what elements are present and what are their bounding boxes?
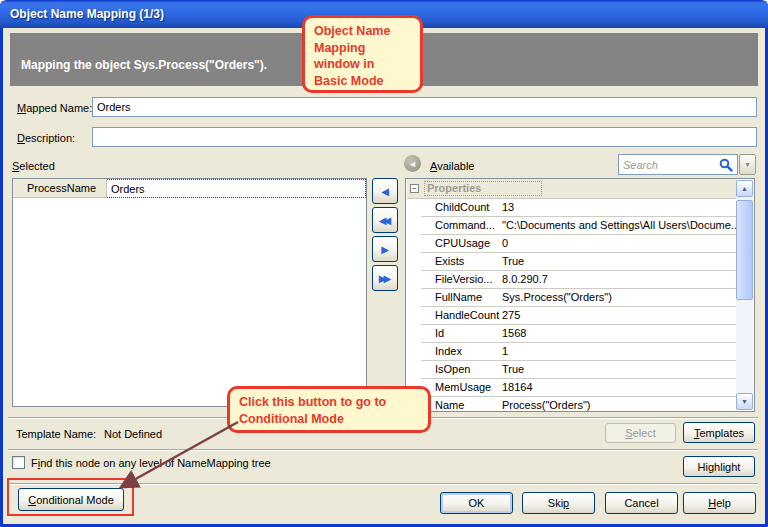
scroll-up-button[interactable]: ▲ xyxy=(736,180,753,197)
mapped-name-input[interactable] xyxy=(92,97,757,117)
property-row[interactable]: Index1 xyxy=(421,343,736,361)
group-header-label: Properties xyxy=(424,181,542,196)
object-name-mapping-dialog: Object Name Mapping (1/3) Mapping the ob… xyxy=(0,0,768,527)
separator xyxy=(8,449,758,451)
callout-conditional-mode: Click this button to go to Conditional M… xyxy=(227,386,431,433)
templates-button[interactable]: Templates xyxy=(683,422,755,443)
description-input[interactable] xyxy=(92,127,757,147)
vertical-scrollbar[interactable]: ▲ ▼ xyxy=(736,180,753,410)
ok-button[interactable]: OK xyxy=(440,492,513,514)
property-row[interactable]: HandleCount275 xyxy=(421,307,736,325)
template-name-label: Template Name: xyxy=(16,428,96,440)
property-row[interactable]: FileVersio...8.0.290.7 xyxy=(421,271,736,289)
move-all-left-icon: ◀◀ xyxy=(379,215,388,226)
property-row[interactable]: CPUUsage0 xyxy=(421,235,736,253)
search-icon[interactable] xyxy=(719,158,733,172)
properties-group-header[interactable]: − Properties xyxy=(407,179,736,199)
property-row[interactable]: NameProcess("Orders") xyxy=(421,397,736,411)
select-button-label: Select xyxy=(625,427,656,439)
move-all-right-icon: ▶▶ xyxy=(379,273,388,284)
move-all-left-button[interactable]: ◀◀ xyxy=(372,207,398,233)
skip-button-label: Skip xyxy=(548,497,569,509)
move-left-icon: ◀ xyxy=(381,186,389,197)
separator xyxy=(8,483,758,485)
window-title: Object Name Mapping (1/3) xyxy=(10,7,164,21)
properties-rows: − Properties ChildCount13 Command..."C:\… xyxy=(407,179,736,411)
property-row[interactable]: FullNameSys.Process("Orders") xyxy=(421,289,736,307)
highlight-button[interactable]: Highlight xyxy=(683,456,755,477)
move-right-button[interactable]: ▶ xyxy=(372,236,398,262)
property-row[interactable]: IsOpenTrue xyxy=(421,361,736,379)
find-node-label: Find this node on any level of NameMappi… xyxy=(31,457,271,469)
chevron-down-icon: ▼ xyxy=(744,161,751,168)
selected-label: Selected xyxy=(12,160,55,172)
move-right-icon: ▶ xyxy=(381,244,389,255)
find-node-checkbox[interactable] xyxy=(12,456,25,469)
selected-row-value: Orders xyxy=(107,179,366,198)
scroll-thumb[interactable] xyxy=(736,200,753,300)
collapse-icon[interactable]: − xyxy=(410,184,419,193)
scroll-down-icon: ▼ xyxy=(741,398,748,405)
highlight-button-label: Highlight xyxy=(698,461,741,473)
move-left-button[interactable]: ◀ xyxy=(372,178,398,204)
available-label: Available xyxy=(430,160,474,172)
move-all-right-button[interactable]: ▶▶ xyxy=(372,265,398,291)
scroll-down-button[interactable]: ▼ xyxy=(736,393,753,410)
back-arrow-icon[interactable]: ◄ xyxy=(404,155,421,172)
skip-button[interactable]: Skip xyxy=(522,492,595,514)
selected-row[interactable]: ProcessName Orders xyxy=(13,179,366,198)
property-row[interactable]: Command..."C:\Documents and Settings\All… xyxy=(421,217,736,235)
template-name-value: Not Defined xyxy=(104,428,162,440)
templates-button-label: Templates xyxy=(694,427,744,439)
conditional-mode-button-label: Conditional Mode xyxy=(28,494,114,506)
cancel-button-label: Cancel xyxy=(624,497,658,509)
conditional-mode-button[interactable]: Conditional Mode xyxy=(18,488,124,511)
selected-list[interactable]: ProcessName Orders xyxy=(12,178,367,407)
ok-button-label: OK xyxy=(469,497,485,509)
property-row[interactable]: Id1568 xyxy=(421,325,736,343)
callout-basic-mode: Object Name Mapping window in Basic Mode xyxy=(302,15,423,93)
banner-text: Mapping the object Sys.Process("Orders")… xyxy=(21,58,267,72)
help-button[interactable]: Help xyxy=(683,492,756,514)
scroll-up-icon: ▲ xyxy=(741,185,748,192)
mapped-name-label: Mapped Name: xyxy=(17,102,92,114)
help-button-label: Help xyxy=(708,497,731,509)
selected-row-name: ProcessName xyxy=(13,179,107,198)
property-row[interactable]: ChildCount13 xyxy=(421,199,736,217)
property-row[interactable]: MemUsage18164 xyxy=(421,379,736,397)
property-row[interactable]: ExistsTrue xyxy=(421,253,736,271)
available-properties-list[interactable]: − Properties ChildCount13 Command..."C:\… xyxy=(405,178,755,412)
search-dropdown-button[interactable]: ▼ xyxy=(739,154,756,175)
cancel-button[interactable]: Cancel xyxy=(605,492,678,514)
description-label: Description: xyxy=(17,132,75,144)
select-button[interactable]: Select xyxy=(605,423,676,443)
